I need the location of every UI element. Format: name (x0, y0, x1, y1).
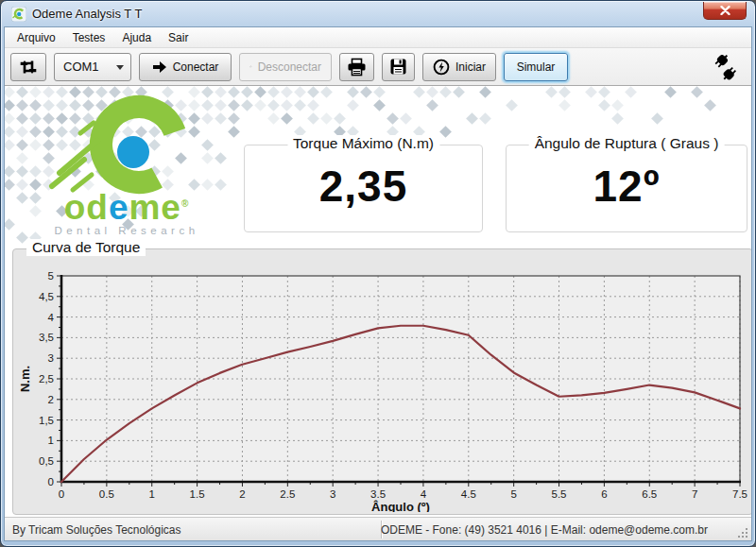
toolbar: COM1 Conectar Desconectar (5, 48, 751, 86)
svg-text:0: 0 (59, 488, 64, 500)
arrow-right-icon (152, 60, 167, 74)
rupture-angle-panel: Ângulo de Ruptura ( Graus ) 12º (506, 145, 747, 232)
torque-max-title: Torque Máximo (N.m) (287, 135, 439, 152)
svg-text:5.5: 5.5 (552, 488, 567, 500)
svg-text:6.5: 6.5 (642, 488, 657, 500)
svg-text:5: 5 (510, 488, 516, 500)
menu-bar: Arquivo Testes Ajuda Sair (5, 27, 751, 48)
svg-text:2: 2 (239, 488, 245, 500)
svg-text:4: 4 (48, 312, 55, 323)
menu-sair[interactable]: Sair (160, 29, 197, 46)
svg-text:3: 3 (330, 488, 335, 500)
svg-text:0.5: 0.5 (99, 488, 114, 500)
svg-text:4,5: 4,5 (39, 291, 54, 302)
app-logo-icon (11, 7, 26, 22)
odeme-tagline: Dental Research (24, 225, 230, 236)
odeme-logo: odeme® Dental Research (24, 92, 230, 241)
connect-label: Conectar (173, 60, 219, 74)
svg-text:1: 1 (149, 488, 155, 500)
status-left-text: By Tricam Soluções Tecnológicas (5, 523, 181, 537)
save-icon (389, 58, 407, 76)
simulate-button[interactable]: Simular (504, 53, 568, 81)
torque-curve-title: Curva de Torque (26, 239, 146, 256)
torque-chart: 00.511.522.533.544.555.566.577.500,511,5… (16, 261, 749, 512)
svg-text:2: 2 (48, 394, 54, 405)
status-bar: By Tricam Soluções Tecnológicas ODEME - … (5, 517, 751, 541)
disconnected-plug-icon (712, 53, 742, 81)
svg-text:1: 1 (48, 435, 54, 446)
torque-max-value: 2,35 (245, 161, 482, 212)
client-area: Arquivo Testes Ajuda Sair COM1 (4, 26, 752, 541)
svg-text:0,5: 0,5 (39, 455, 54, 467)
svg-text:5: 5 (48, 270, 54, 282)
svg-text:3,5: 3,5 (39, 332, 54, 343)
print-button[interactable] (339, 53, 374, 81)
svg-text:7: 7 (692, 488, 697, 500)
menu-arquivo[interactable]: Arquivo (9, 29, 64, 46)
menu-testes[interactable]: Testes (64, 29, 114, 46)
simulate-label: Simular (517, 60, 556, 74)
disconnect-button[interactable]: Desconectar (239, 53, 332, 81)
svg-text:3.5: 3.5 (370, 488, 386, 500)
start-button[interactable]: Iniciar (422, 53, 496, 81)
svg-text:4.5: 4.5 (461, 488, 476, 500)
svg-text:1,5: 1,5 (39, 415, 54, 426)
app-window: Odeme Analysis T T Arquivo Testes Ajuda … (0, 0, 756, 547)
svg-text:N.m.: N.m. (18, 366, 32, 392)
start-label: Iniciar (455, 60, 486, 74)
refresh-ports-button[interactable] (10, 53, 46, 81)
registered-mark: ® (181, 198, 189, 209)
svg-text:6: 6 (601, 488, 607, 500)
svg-text:Ângulo (º): Ângulo (º) (371, 500, 430, 512)
status-right-text: ODEME - Fone: (49) 3521 4016 | E-Mail: o… (381, 523, 708, 537)
rupture-angle-value: 12º (507, 161, 747, 212)
svg-text:3: 3 (48, 352, 54, 364)
close-icon (720, 6, 730, 15)
printer-icon (347, 58, 367, 77)
lightning-circle-icon (433, 59, 450, 76)
svg-text:1.5: 1.5 (190, 488, 205, 500)
content-area: odeme® Dental Research Torque Máximo (N.… (5, 86, 751, 517)
close-button[interactable] (703, 2, 747, 20)
svg-text:0: 0 (48, 476, 54, 487)
torque-max-panel: Torque Máximo (N.m) 2,35 (244, 145, 483, 232)
unlink-icon (249, 60, 252, 74)
resize-grip[interactable] (737, 527, 749, 539)
com-port-value: COM1 (63, 60, 99, 74)
disconnect-label: Desconectar (258, 60, 321, 74)
window-title: Odeme Analysis T T (32, 7, 142, 21)
save-button[interactable] (382, 53, 415, 81)
chevron-down-icon (116, 65, 124, 70)
svg-text:2.5: 2.5 (280, 488, 295, 500)
torque-curve-panel: Curva de Torque 00.511.522.533.544.555.5… (12, 248, 751, 515)
svg-text:4: 4 (421, 488, 427, 500)
odeme-logo-mark (24, 92, 230, 203)
title-bar[interactable]: Odeme Analysis T T (4, 1, 752, 26)
refresh-icon (18, 58, 39, 77)
menu-ajuda[interactable]: Ajuda (113, 29, 160, 46)
svg-text:2,5: 2,5 (39, 373, 54, 385)
svg-text:7.5: 7.5 (732, 488, 747, 500)
connect-button[interactable]: Conectar (139, 53, 232, 81)
com-port-select[interactable]: COM1 (54, 53, 131, 81)
rupture-angle-title: Ângulo de Ruptura ( Graus ) (529, 135, 725, 152)
